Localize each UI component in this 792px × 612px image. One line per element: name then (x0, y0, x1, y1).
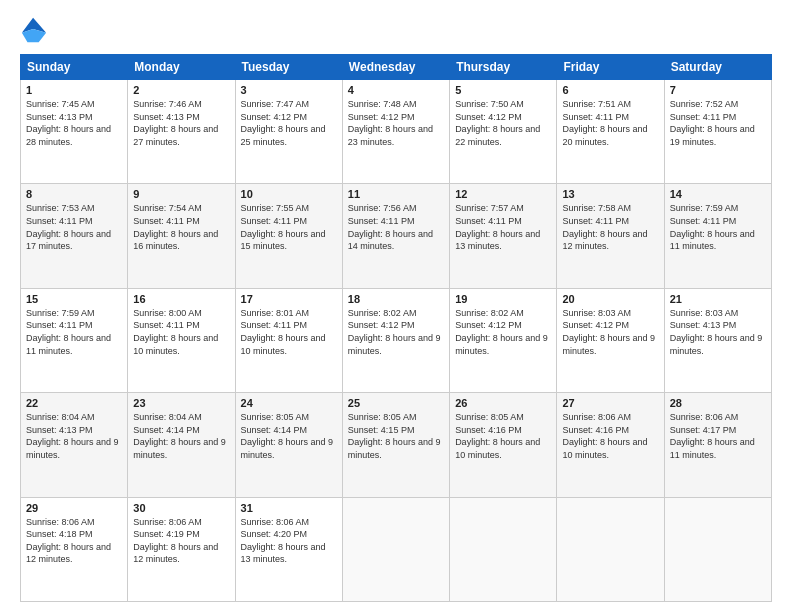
calendar-cell: 15Sunrise: 7:59 AMSunset: 4:11 PMDayligh… (21, 288, 128, 392)
day-info: Sunrise: 8:04 AMSunset: 4:14 PMDaylight:… (133, 411, 229, 461)
day-info: Sunrise: 8:06 AMSunset: 4:19 PMDaylight:… (133, 516, 229, 566)
calendar-cell: 21Sunrise: 8:03 AMSunset: 4:13 PMDayligh… (664, 288, 771, 392)
day-number: 13 (562, 188, 658, 200)
day-info: Sunrise: 8:02 AMSunset: 4:12 PMDaylight:… (348, 307, 444, 357)
day-number: 28 (670, 397, 766, 409)
logo (20, 16, 52, 44)
day-info: Sunrise: 7:58 AMSunset: 4:11 PMDaylight:… (562, 202, 658, 252)
day-info: Sunrise: 8:03 AMSunset: 4:12 PMDaylight:… (562, 307, 658, 357)
calendar-cell: 27Sunrise: 8:06 AMSunset: 4:16 PMDayligh… (557, 393, 664, 497)
calendar-cell: 28Sunrise: 8:06 AMSunset: 4:17 PMDayligh… (664, 393, 771, 497)
header (20, 16, 772, 44)
day-number: 2 (133, 84, 229, 96)
calendar-cell: 29Sunrise: 8:06 AMSunset: 4:18 PMDayligh… (21, 497, 128, 601)
day-info: Sunrise: 8:04 AMSunset: 4:13 PMDaylight:… (26, 411, 122, 461)
day-info: Sunrise: 7:46 AMSunset: 4:13 PMDaylight:… (133, 98, 229, 148)
calendar-body: 1Sunrise: 7:45 AMSunset: 4:13 PMDaylight… (21, 80, 772, 602)
calendar-cell: 8Sunrise: 7:53 AMSunset: 4:11 PMDaylight… (21, 184, 128, 288)
day-number: 30 (133, 502, 229, 514)
calendar-cell (664, 497, 771, 601)
day-number: 7 (670, 84, 766, 96)
day-number: 16 (133, 293, 229, 305)
day-info: Sunrise: 8:06 AMSunset: 4:17 PMDaylight:… (670, 411, 766, 461)
calendar-cell: 3Sunrise: 7:47 AMSunset: 4:12 PMDaylight… (235, 80, 342, 184)
day-number: 5 (455, 84, 551, 96)
day-info: Sunrise: 8:06 AMSunset: 4:16 PMDaylight:… (562, 411, 658, 461)
day-info: Sunrise: 7:59 AMSunset: 4:11 PMDaylight:… (26, 307, 122, 357)
day-number: 12 (455, 188, 551, 200)
calendar-header-saturday: Saturday (664, 55, 771, 80)
calendar-cell: 19Sunrise: 8:02 AMSunset: 4:12 PMDayligh… (450, 288, 557, 392)
day-number: 18 (348, 293, 444, 305)
calendar-cell: 16Sunrise: 8:00 AMSunset: 4:11 PMDayligh… (128, 288, 235, 392)
day-info: Sunrise: 7:48 AMSunset: 4:12 PMDaylight:… (348, 98, 444, 148)
day-info: Sunrise: 7:56 AMSunset: 4:11 PMDaylight:… (348, 202, 444, 252)
day-number: 9 (133, 188, 229, 200)
day-number: 3 (241, 84, 337, 96)
calendar-table: SundayMondayTuesdayWednesdayThursdayFrid… (20, 54, 772, 602)
day-info: Sunrise: 7:54 AMSunset: 4:11 PMDaylight:… (133, 202, 229, 252)
calendar-week-4: 22Sunrise: 8:04 AMSunset: 4:13 PMDayligh… (21, 393, 772, 497)
day-number: 21 (670, 293, 766, 305)
calendar-header-monday: Monday (128, 55, 235, 80)
day-number: 31 (241, 502, 337, 514)
calendar-cell: 5Sunrise: 7:50 AMSunset: 4:12 PMDaylight… (450, 80, 557, 184)
calendar-cell (342, 497, 449, 601)
calendar-cell: 1Sunrise: 7:45 AMSunset: 4:13 PMDaylight… (21, 80, 128, 184)
calendar-cell: 10Sunrise: 7:55 AMSunset: 4:11 PMDayligh… (235, 184, 342, 288)
calendar-cell: 17Sunrise: 8:01 AMSunset: 4:11 PMDayligh… (235, 288, 342, 392)
day-number: 1 (26, 84, 122, 96)
day-info: Sunrise: 7:53 AMSunset: 4:11 PMDaylight:… (26, 202, 122, 252)
day-number: 17 (241, 293, 337, 305)
calendar-cell: 22Sunrise: 8:04 AMSunset: 4:13 PMDayligh… (21, 393, 128, 497)
calendar-header-row: SundayMondayTuesdayWednesdayThursdayFrid… (21, 55, 772, 80)
calendar-cell: 7Sunrise: 7:52 AMSunset: 4:11 PMDaylight… (664, 80, 771, 184)
day-number: 26 (455, 397, 551, 409)
calendar-cell: 14Sunrise: 7:59 AMSunset: 4:11 PMDayligh… (664, 184, 771, 288)
calendar-header-thursday: Thursday (450, 55, 557, 80)
day-number: 15 (26, 293, 122, 305)
day-number: 29 (26, 502, 122, 514)
day-number: 27 (562, 397, 658, 409)
calendar-week-2: 8Sunrise: 7:53 AMSunset: 4:11 PMDaylight… (21, 184, 772, 288)
calendar-cell (450, 497, 557, 601)
day-number: 25 (348, 397, 444, 409)
day-info: Sunrise: 8:05 AMSunset: 4:16 PMDaylight:… (455, 411, 551, 461)
day-number: 23 (133, 397, 229, 409)
calendar-week-5: 29Sunrise: 8:06 AMSunset: 4:18 PMDayligh… (21, 497, 772, 601)
calendar-cell: 26Sunrise: 8:05 AMSunset: 4:16 PMDayligh… (450, 393, 557, 497)
day-number: 19 (455, 293, 551, 305)
day-info: Sunrise: 7:55 AMSunset: 4:11 PMDaylight:… (241, 202, 337, 252)
day-info: Sunrise: 8:03 AMSunset: 4:13 PMDaylight:… (670, 307, 766, 357)
day-info: Sunrise: 7:59 AMSunset: 4:11 PMDaylight:… (670, 202, 766, 252)
day-info: Sunrise: 8:06 AMSunset: 4:20 PMDaylight:… (241, 516, 337, 566)
day-number: 14 (670, 188, 766, 200)
day-number: 10 (241, 188, 337, 200)
calendar-cell: 30Sunrise: 8:06 AMSunset: 4:19 PMDayligh… (128, 497, 235, 601)
day-info: Sunrise: 8:05 AMSunset: 4:15 PMDaylight:… (348, 411, 444, 461)
day-number: 8 (26, 188, 122, 200)
calendar-cell: 31Sunrise: 8:06 AMSunset: 4:20 PMDayligh… (235, 497, 342, 601)
calendar-cell: 18Sunrise: 8:02 AMSunset: 4:12 PMDayligh… (342, 288, 449, 392)
day-info: Sunrise: 7:51 AMSunset: 4:11 PMDaylight:… (562, 98, 658, 148)
day-number: 6 (562, 84, 658, 96)
calendar-cell: 9Sunrise: 7:54 AMSunset: 4:11 PMDaylight… (128, 184, 235, 288)
calendar-cell: 4Sunrise: 7:48 AMSunset: 4:12 PMDaylight… (342, 80, 449, 184)
day-info: Sunrise: 8:01 AMSunset: 4:11 PMDaylight:… (241, 307, 337, 357)
calendar-cell (557, 497, 664, 601)
day-info: Sunrise: 8:06 AMSunset: 4:18 PMDaylight:… (26, 516, 122, 566)
calendar-cell: 6Sunrise: 7:51 AMSunset: 4:11 PMDaylight… (557, 80, 664, 184)
calendar-cell: 23Sunrise: 8:04 AMSunset: 4:14 PMDayligh… (128, 393, 235, 497)
day-info: Sunrise: 7:45 AMSunset: 4:13 PMDaylight:… (26, 98, 122, 148)
logo-icon (20, 16, 48, 44)
page: SundayMondayTuesdayWednesdayThursdayFrid… (0, 0, 792, 612)
day-info: Sunrise: 8:02 AMSunset: 4:12 PMDaylight:… (455, 307, 551, 357)
day-info: Sunrise: 8:00 AMSunset: 4:11 PMDaylight:… (133, 307, 229, 357)
calendar-cell: 12Sunrise: 7:57 AMSunset: 4:11 PMDayligh… (450, 184, 557, 288)
calendar-cell: 24Sunrise: 8:05 AMSunset: 4:14 PMDayligh… (235, 393, 342, 497)
day-number: 4 (348, 84, 444, 96)
calendar-cell: 11Sunrise: 7:56 AMSunset: 4:11 PMDayligh… (342, 184, 449, 288)
calendar-header-wednesday: Wednesday (342, 55, 449, 80)
day-info: Sunrise: 7:57 AMSunset: 4:11 PMDaylight:… (455, 202, 551, 252)
day-number: 24 (241, 397, 337, 409)
